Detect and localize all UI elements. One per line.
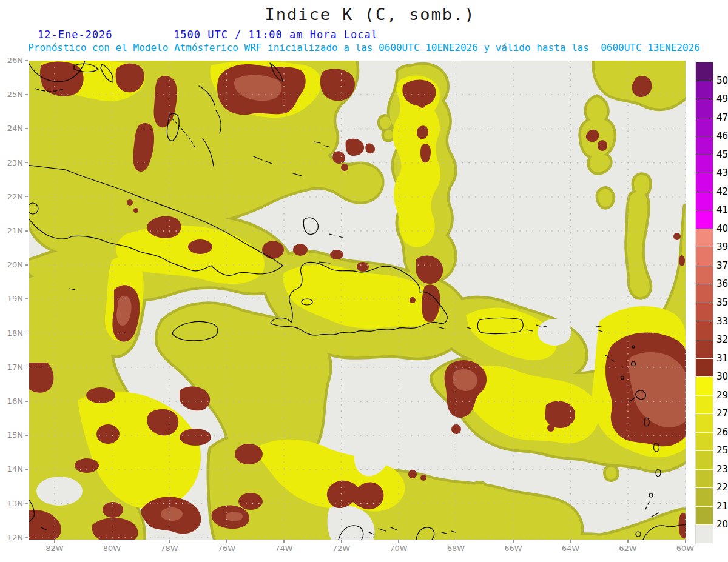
lon-axis-label: 70W [389,544,407,553]
lon-tick [341,540,342,543]
colorbar-value-label: 42.6 [716,186,728,197]
colorbar-segment [696,507,713,526]
colorbar-segment [696,173,713,192]
lat-axis-label: 24N [1,124,23,133]
lat-axis-label: 22N [1,192,23,201]
colorbar-segment [696,359,713,378]
colorbar-value-label: 33.9 [716,316,728,327]
lon-tick [169,540,170,543]
lat-tick [25,162,28,164]
lon-axis-label: 78W [160,544,178,553]
valid-date-label: 12-Ene-2026 [38,28,113,41]
lat-axis-label: 25N [1,90,23,99]
lat-axis-label: 15N [1,430,23,440]
colorbar-value-label: 31.3 [716,353,728,364]
colorbar-segment [696,284,713,303]
colorbar-value-label: 30 [716,371,728,382]
lat-tick [25,230,28,232]
colorbar-segment [696,62,713,81]
colorbar-value-label: 45.2 [716,149,728,160]
lat-axis-label: 14N [1,464,23,473]
lon-axis-label: 80W [103,544,121,553]
lat-tick [25,333,28,334]
colorbar-value-label: 21.3 [716,501,728,512]
colorbar-segment [696,396,713,415]
lat-axis-label: 17N [1,363,23,372]
lat-tick [25,435,28,436]
lon-axis-label: 64W [562,544,579,553]
lon-tick [570,540,571,543]
colorbar-segment [696,192,713,211]
lat-axis-label: 23N [1,158,23,167]
lon-tick [54,540,55,543]
colorbar-value-label: 20 [716,519,728,530]
lon-tick [627,540,629,543]
lat-tick [25,537,28,538]
colorbar-segment [696,229,713,248]
lat-axis-label: 21N [1,226,23,235]
lon-tick [398,540,399,543]
colorbar-value-label: 39.1 [716,241,728,252]
valid-time-label: 1500 UTC / 11:00 am Hora Local [174,28,378,41]
lat-tick [25,367,28,368]
model-forecast-line: Pronóstico con el Modelo Atmósferico WRF… [0,42,728,53]
colorbar-value-label: 26.5 [716,427,728,438]
colorbar-segment [696,433,713,452]
colorbar-value-label: 41.3 [716,204,728,215]
colorbar-segment [696,266,713,285]
colorbar-segment [696,210,713,229]
colorbar-segment [696,303,713,322]
colorbar-segment [696,414,713,433]
colorbar-segment [696,81,713,100]
lat-tick [25,128,28,129]
lon-axis-label: 76W [218,544,235,553]
lon-axis-label: 82W [46,544,63,553]
lat-tick [25,264,28,266]
colorbar-segment [696,118,713,137]
colorbar-segment [696,247,713,266]
map-plot-area: Sisπ́ – ONAMET/REP.DOM. [29,61,686,540]
lat-axis-label: 13N [1,499,23,508]
lon-axis-label: 62W [619,544,636,553]
colorbar-value-label: 23.9 [716,464,728,475]
lat-tick [25,196,28,198]
colorbar-value-label: 49.1 [716,93,728,104]
lon-axis-label: 72W [332,544,350,553]
lat-axis-label: 16N [1,396,23,406]
colorbar-value-label: 43.9 [716,167,728,178]
page-title: Indice K (C, somb.) [6,5,728,24]
lat-tick [25,401,28,402]
colorbar-value-label: 27.8 [716,408,728,419]
colorbar-segment [696,525,713,544]
colorbar-segment [696,470,713,489]
lat-tick [25,94,28,95]
colorbar-segment [696,155,713,174]
lat-tick [25,469,28,470]
colorbar-segment [696,377,713,396]
colorbar [695,62,713,544]
colorbar-segment [696,136,713,155]
lat-tick [25,298,28,299]
weather-map-page: Indice K (C, somb.) 12-Ene-2026 1500 UTC… [0,0,728,562]
colorbar-value-label: 32.6 [716,334,728,345]
lon-tick [456,540,457,543]
lat-axis-label: 18N [1,329,23,338]
lat-tick [25,503,28,504]
lon-axis-label: 66W [504,544,522,553]
lon-tick [513,540,514,543]
lon-axis-label: 60W [676,544,694,553]
colorbar-segment [696,321,713,340]
lat-axis-label: 26N [1,56,23,65]
colorbar-value-label: 22.6 [716,482,728,493]
colorbar-segment [696,99,713,118]
colorbar-value-label: 35.2 [716,297,728,308]
lon-tick [226,540,228,543]
lon-axis-label: 68W [447,544,465,553]
lat-axis-label: 19N [1,294,23,303]
k-index-map [29,61,686,540]
colorbar-value-label: 47.8 [716,112,728,123]
colorbar-segment [696,340,713,359]
colorbar-value-label: 40 [716,223,728,234]
colorbar-value-label: 29.1 [716,390,728,401]
lon-tick [112,540,113,543]
